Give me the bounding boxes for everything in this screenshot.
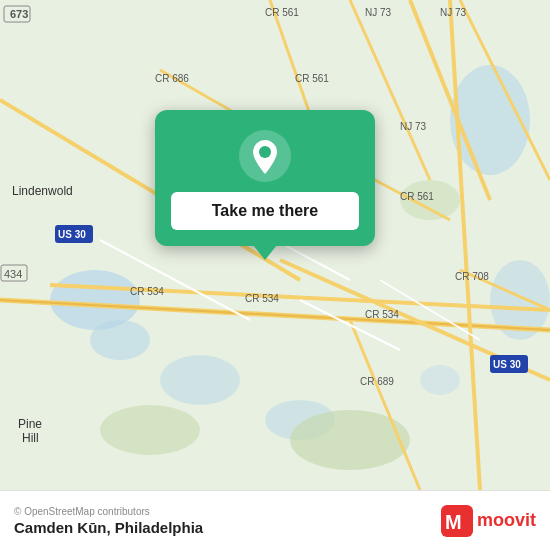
svg-text:Hill: Hill <box>22 431 39 445</box>
svg-point-7 <box>420 365 460 395</box>
footer: © OpenStreetMap contributors Camden Kūn,… <box>0 490 550 550</box>
svg-point-3 <box>160 355 240 405</box>
footer-info: © OpenStreetMap contributors Camden Kūn,… <box>14 506 203 536</box>
svg-text:CR 686: CR 686 <box>155 73 189 84</box>
location-title: Camden Kūn, Philadelphia <box>14 519 203 536</box>
svg-text:Lindenwold: Lindenwold <box>12 184 73 198</box>
svg-point-5 <box>450 65 530 175</box>
popup-card: Take me there <box>155 110 375 246</box>
svg-text:US 30: US 30 <box>493 359 521 370</box>
svg-text:NJ 73: NJ 73 <box>400 121 427 132</box>
svg-point-9 <box>100 405 200 455</box>
svg-text:CR 708: CR 708 <box>455 271 489 282</box>
svg-text:434: 434 <box>4 268 22 280</box>
location-pin-icon <box>239 130 291 182</box>
svg-text:CR 534: CR 534 <box>365 309 399 320</box>
svg-text:CR 534: CR 534 <box>130 286 164 297</box>
svg-text:CR 534: CR 534 <box>245 293 279 304</box>
moovit-logo: M moovit <box>441 505 536 537</box>
svg-text:NJ 73: NJ 73 <box>440 7 467 18</box>
svg-point-2 <box>90 320 150 360</box>
take-me-there-button[interactable]: Take me there <box>171 192 359 230</box>
svg-point-54 <box>259 146 271 158</box>
svg-text:673: 673 <box>10 8 28 20</box>
svg-text:US 30: US 30 <box>58 229 86 240</box>
copyright-text: © OpenStreetMap contributors <box>14 506 203 517</box>
svg-text:Pine: Pine <box>18 417 42 431</box>
svg-text:M: M <box>445 511 462 533</box>
svg-text:CR 561: CR 561 <box>295 73 329 84</box>
moovit-text: moovit <box>477 510 536 531</box>
svg-text:CR 561: CR 561 <box>265 7 299 18</box>
map-container: 673 CR 561 NJ 73 NJ 73 CR 686 CR 561 NJ … <box>0 0 550 490</box>
moovit-brand-icon: M <box>441 505 473 537</box>
svg-text:NJ 73: NJ 73 <box>365 7 392 18</box>
svg-text:CR 561: CR 561 <box>400 191 434 202</box>
svg-text:CR 689: CR 689 <box>360 376 394 387</box>
